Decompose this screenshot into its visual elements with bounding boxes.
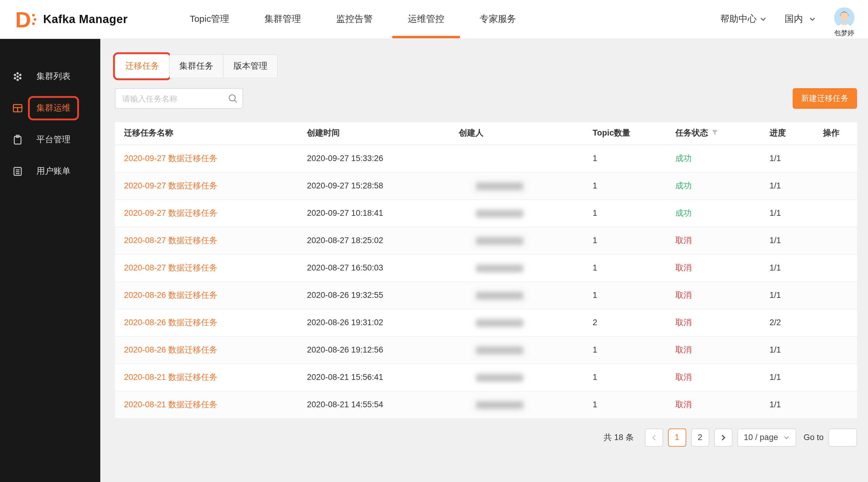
task-name-link[interactable]: 2020-09-27 数据迁移任务 bbox=[124, 208, 218, 217]
search-input[interactable] bbox=[115, 88, 243, 109]
cell-creator bbox=[454, 227, 588, 254]
tab-migration-tasks[interactable]: 迁移任务 bbox=[115, 54, 169, 78]
app-title: Kafka Manager bbox=[43, 12, 128, 26]
task-name-link[interactable]: 2020-09-27 数据迁移任务 bbox=[124, 181, 218, 190]
sidebar-item-cluster-list[interactable]: 集群列表 bbox=[0, 61, 100, 92]
status-badge: 取消 bbox=[675, 318, 692, 327]
brand: D Kafka Manager bbox=[13, 7, 128, 31]
task-name-link[interactable]: 2020-08-27 数据迁移任务 bbox=[124, 263, 218, 272]
cell-progress: 1/1 bbox=[765, 227, 818, 254]
cell-created-time: 2020-08-27 18:25:02 bbox=[302, 227, 454, 254]
cell-task-status: 取消 bbox=[671, 227, 765, 254]
tab-version-management[interactable]: 版本管理 bbox=[224, 54, 278, 78]
header-right: 帮助中心 国内 bbox=[720, 1, 855, 37]
status-badge: 取消 bbox=[675, 235, 692, 245]
top-nav-item[interactable]: 专家服务 bbox=[479, 0, 516, 38]
task-name-link[interactable]: 2020-08-26 数据迁移任务 bbox=[124, 290, 218, 299]
col-actions: 操作 bbox=[818, 122, 857, 144]
cell-task-status: 取消 bbox=[671, 363, 765, 391]
status-badge: 成功 bbox=[675, 154, 692, 163]
app-root: D Kafka Manager Topic管理 集群管理 监控告警 运维管控 专… bbox=[0, 0, 868, 482]
cell-created-time: 2020-08-26 19:31:02 bbox=[302, 309, 454, 336]
task-name-link[interactable]: 2020-08-27 数据迁移任务 bbox=[124, 235, 218, 245]
cell-created-time: 2020-09-27 15:28:58 bbox=[302, 172, 454, 199]
sidebar: 集群列表 集群运维 平台管理 bbox=[0, 39, 100, 482]
cell-task-name: 2020-09-27 数据迁移任务 bbox=[115, 144, 302, 172]
sidebar-item-platform[interactable]: 平台管理 bbox=[0, 124, 100, 156]
pagination: 共 18 条 1 2 10 / page Go to bbox=[115, 428, 857, 446]
cell-creator bbox=[454, 144, 588, 172]
chevron-down-icon bbox=[760, 16, 767, 23]
table-row: 2020-08-21 数据迁移任务 2020-08-21 14:55:54 1 … bbox=[115, 391, 857, 418]
page-size-select[interactable]: 10 / page bbox=[737, 428, 796, 446]
tab-cluster-tasks[interactable]: 集群任务 bbox=[169, 54, 224, 78]
cell-progress: 1/1 bbox=[765, 254, 818, 282]
page-number-button[interactable]: 1 bbox=[668, 428, 686, 446]
user-name: 包梦婷 bbox=[834, 28, 854, 37]
sidebar-item-label: 用户账单 bbox=[28, 159, 79, 184]
filter-icon[interactable] bbox=[711, 129, 718, 136]
task-name-link[interactable]: 2020-08-21 数据迁移任务 bbox=[124, 399, 218, 409]
cell-topic-count: 1 bbox=[588, 363, 671, 391]
top-nav: Topic管理 集群管理 监控告警 运维管控 专家服务 bbox=[190, 0, 516, 38]
cell-actions bbox=[818, 254, 857, 282]
next-page-button[interactable] bbox=[714, 428, 732, 446]
create-migration-task-button[interactable]: 新建迁移任务 bbox=[793, 88, 857, 109]
cell-task-name: 2020-08-21 数据迁移任务 bbox=[115, 391, 302, 418]
top-nav-item[interactable]: Topic管理 bbox=[190, 0, 229, 38]
cell-task-name: 2020-08-21 数据迁移任务 bbox=[115, 363, 302, 391]
cell-created-time: 2020-08-21 14:55:54 bbox=[302, 391, 454, 418]
task-name-link[interactable]: 2020-08-26 数据迁移任务 bbox=[124, 318, 218, 327]
top-nav-item[interactable]: 监控告警 bbox=[336, 0, 373, 38]
cell-actions bbox=[818, 199, 857, 227]
cell-topic-count: 1 bbox=[588, 254, 671, 282]
cell-creator bbox=[454, 363, 588, 391]
creator-value-blurred bbox=[476, 210, 523, 218]
prev-page-button[interactable] bbox=[645, 428, 663, 446]
table-row: 2020-09-27 数据迁移任务 2020-09-27 15:33:26 1 … bbox=[115, 144, 857, 172]
cell-creator bbox=[454, 199, 588, 227]
cell-created-time: 2020-08-26 19:12:56 bbox=[302, 336, 454, 363]
user-menu[interactable]: 包梦婷 bbox=[834, 7, 855, 37]
page-number-button[interactable]: 2 bbox=[691, 428, 709, 446]
task-name-link[interactable]: 2020-08-26 数据迁移任务 bbox=[124, 345, 218, 354]
cell-progress: 1/1 bbox=[765, 282, 818, 309]
top-nav-item[interactable]: 集群管理 bbox=[265, 0, 301, 38]
cell-task-name: 2020-08-26 数据迁移任务 bbox=[115, 309, 302, 336]
cell-creator bbox=[454, 282, 588, 309]
top-nav-item[interactable]: 运维管控 bbox=[408, 0, 444, 38]
list-document-icon bbox=[12, 166, 23, 177]
goto-page-input[interactable] bbox=[829, 428, 857, 446]
task-name-link[interactable]: 2020-08-21 数据迁移任务 bbox=[124, 372, 218, 381]
cell-progress: 1/1 bbox=[765, 391, 818, 418]
chevron-right-icon bbox=[719, 434, 727, 441]
cell-actions bbox=[818, 227, 857, 254]
help-center-label: 帮助中心 bbox=[720, 13, 757, 25]
cell-progress: 1/1 bbox=[765, 172, 818, 199]
svg-text:D: D bbox=[15, 7, 31, 31]
help-center-menu[interactable]: 帮助中心 bbox=[720, 13, 767, 25]
region-select[interactable]: 国内 bbox=[785, 13, 816, 25]
cell-task-name: 2020-09-27 数据迁移任务 bbox=[115, 172, 302, 199]
cell-task-name: 2020-08-27 数据迁移任务 bbox=[115, 227, 302, 254]
sidebar-item-billing[interactable]: 用户账单 bbox=[0, 156, 100, 187]
task-name-link[interactable]: 2020-09-27 数据迁移任务 bbox=[124, 154, 218, 163]
cell-task-status: 取消 bbox=[671, 254, 765, 282]
cell-progress: 1/1 bbox=[765, 363, 818, 391]
status-badge: 取消 bbox=[675, 263, 692, 272]
user-avatar[interactable] bbox=[834, 7, 855, 28]
cell-created-time: 2020-08-26 19:32:55 bbox=[302, 282, 454, 309]
creator-value-blurred bbox=[476, 374, 523, 382]
table-row: 2020-08-21 数据迁移任务 2020-08-21 15:56:41 1 … bbox=[115, 363, 857, 391]
cell-creator bbox=[454, 172, 588, 199]
cell-actions bbox=[818, 309, 857, 336]
cell-task-status: 成功 bbox=[671, 199, 765, 227]
sidebar-item-cluster-ops[interactable]: 集群运维 bbox=[0, 92, 100, 124]
col-task-status-label: 任务状态 bbox=[675, 129, 708, 138]
cell-topic-count: 1 bbox=[588, 336, 671, 363]
col-task-status: 任务状态 bbox=[671, 122, 765, 144]
search-icon[interactable] bbox=[228, 94, 238, 103]
cell-progress: 1/1 bbox=[765, 199, 818, 227]
cell-progress: 1/1 bbox=[765, 144, 818, 172]
table-row: 2020-08-26 数据迁移任务 2020-08-26 19:12:56 1 … bbox=[115, 336, 857, 363]
